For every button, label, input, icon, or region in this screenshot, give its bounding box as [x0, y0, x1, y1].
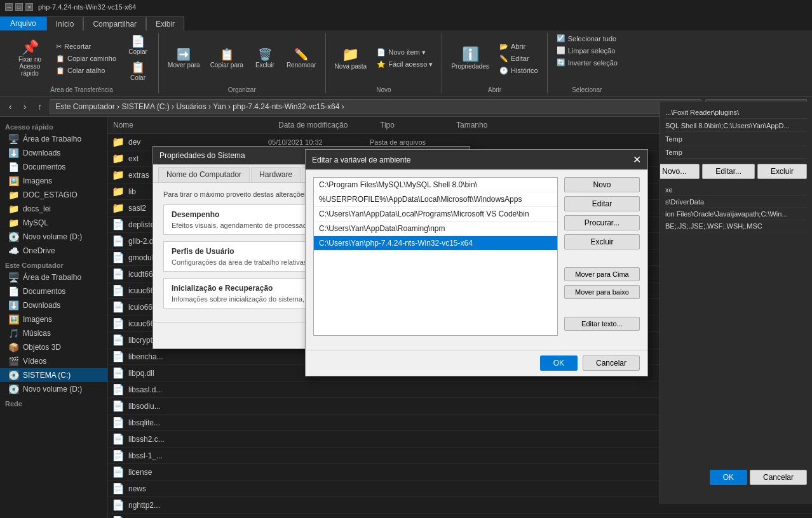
- up-button[interactable]: ↑: [34, 100, 46, 113]
- col-date[interactable]: Data de modificação: [273, 119, 375, 131]
- btn-copiar[interactable]: 📄 Copiar: [123, 33, 153, 58]
- sidebar-item-desktop[interactable]: 🖥️ Área de Trabalho: [0, 132, 107, 146]
- sidebar-item-downloads[interactable]: ⬇️ Downloads: [0, 146, 107, 160]
- col-type[interactable]: Tipo: [375, 119, 451, 131]
- tab-exibir[interactable]: Exibir: [146, 17, 184, 30]
- sidebar-item-mysql[interactable]: 📁 MySQL: [0, 216, 107, 230]
- rp-cancel-btn[interactable]: Cancelar: [750, 470, 807, 485]
- btn-colar[interactable]: 📋 Colar: [123, 59, 153, 84]
- sidebar-item-onedrive[interactable]: ☁️ OneDrive: [0, 244, 107, 258]
- envvar-list-item[interactable]: C:\Users\Yan\php-7.4.24-nts-Win32-vc15-x…: [314, 236, 557, 251]
- folder-icon-3: 📁: [8, 218, 19, 228]
- envvar-ok-btn[interactable]: OK: [540, 355, 578, 371]
- pin-icon: 📌: [22, 41, 39, 55]
- btn-editar[interactable]: ✏️ Editar: [496, 53, 542, 64]
- sidebar-item-music[interactable]: 🎵 Músicas: [0, 326, 107, 340]
- col-name[interactable]: Nome: [108, 119, 273, 131]
- btn-propriedades[interactable]: ℹ️ Propriedades: [447, 45, 492, 72]
- music-icon: 🎵: [8, 328, 19, 338]
- sidebar-item-pc-images[interactable]: 🖼️ Imagens: [0, 312, 107, 326]
- envvar-editar-btn[interactable]: Editar: [564, 196, 640, 211]
- envvar-novo-btn[interactable]: Novo: [564, 177, 640, 192]
- minimize-icon[interactable]: ─: [5, 3, 13, 11]
- sidebar-item-pc-downloads[interactable]: ⬇️ Downloads: [0, 298, 107, 312]
- file-type-icon: 📄: [112, 482, 125, 495]
- btn-abrir[interactable]: 📂 Abrir: [496, 41, 542, 52]
- file-name: libencha...: [128, 352, 268, 361]
- sidebar-item-doc-estagio[interactable]: 📁 DOC_ESTAGIO: [0, 188, 107, 202]
- sidebar-item-novovol-d2[interactable]: 💽 Novo volume (D:): [0, 382, 107, 396]
- videos-icon: 🎬: [8, 356, 19, 366]
- right-panel-row-6: s\DriverData: [665, 196, 807, 208]
- ribbon-group-new: 📁 Nova pasta 📄 Novo item ▾ ⭐ Fácil acess…: [326, 33, 443, 93]
- rp-new-btn[interactable]: Novo...: [660, 164, 700, 179]
- btn-facil-acesso[interactable]: ⭐ Fácil acesso ▾: [373, 59, 436, 70]
- rp-edit-btn[interactable]: Editar...: [702, 164, 755, 179]
- open-icon: 📂: [499, 43, 508, 51]
- sidebar-item-novovol-d[interactable]: 💽 Novo volume (D:): [0, 230, 107, 244]
- btn-fixar[interactable]: 📌 Fixar no Acesso rápido: [10, 38, 50, 79]
- tab-inicio[interactable]: Início: [46, 17, 84, 30]
- file-type-icon: 📄: [112, 268, 125, 280]
- btn-recortar[interactable]: ✂ Recortar: [52, 41, 120, 52]
- btn-inverter-selecao[interactable]: 🔄 Inverter seleção: [553, 57, 621, 68]
- btn-nova-pasta[interactable]: 📁 Nova pasta: [331, 45, 371, 72]
- envvar-close-btn[interactable]: ✕: [633, 154, 641, 166]
- tab-arquivo[interactable]: Arquivo: [0, 17, 46, 30]
- back-button[interactable]: ‹: [5, 100, 16, 113]
- envvar-list-item[interactable]: C:\Users\Yan\AppData\Local\Programs\Micr…: [314, 207, 557, 222]
- 3d-icon: 📦: [8, 342, 19, 352]
- maximize-icon[interactable]: □: [15, 3, 23, 11]
- btn-novo-item[interactable]: 📄 Novo item ▾: [373, 47, 436, 58]
- sidebar-item-3d[interactable]: 📦 Objetos 3D: [0, 340, 107, 354]
- rp-ok-btn[interactable]: OK: [710, 470, 747, 485]
- sysprop-tab-hardware[interactable]: Hardware: [251, 167, 301, 182]
- file-type-icon: 📁: [112, 202, 125, 214]
- sidebar-item-pc-docs[interactable]: 📄 Documentos: [0, 284, 107, 298]
- btn-renomear[interactable]: ✏️ Renomear: [283, 46, 320, 71]
- novo-vol-d-icon: 💽: [8, 384, 19, 394]
- btn-excluir[interactable]: 🗑️ Excluir: [250, 46, 280, 71]
- close-icon[interactable]: ✕: [25, 3, 33, 11]
- btn-limpar-selecao[interactable]: ⬜ Limpar seleção: [553, 45, 619, 56]
- table-row[interactable]: 📄 phar.phar: [108, 514, 812, 518]
- sidebar-item-videos[interactable]: 🎬 Vídeos: [0, 354, 107, 368]
- sysprop-tab-computador[interactable]: Nome do Computador: [158, 167, 250, 182]
- envvar-edit-text-btn[interactable]: Editar texto...: [564, 317, 640, 331]
- quick-access-label: Acesso rápido: [0, 119, 107, 132]
- rp-delete-btn[interactable]: Excluir: [757, 164, 807, 179]
- envvar-mover-baixo-btn[interactable]: Mover para baixo: [564, 285, 640, 299]
- envvar-list-item[interactable]: %USERPROFILE%\AppData\Local\Microsoft\Wi…: [314, 192, 557, 207]
- envvar-cancel-btn[interactable]: Cancelar: [583, 355, 640, 371]
- file-name: nghttp2...: [128, 501, 268, 510]
- btn-mover-para[interactable]: ➡️ Mover para: [164, 46, 204, 71]
- envvar-list-item[interactable]: C:\Program Files\MySQL\MySQL Shell 8.0\b…: [314, 178, 557, 192]
- file-name: libssh2.c...: [128, 435, 268, 444]
- btn-colar-atalho[interactable]: 📋 Colar atalho: [52, 65, 120, 76]
- btn-copiar-para[interactable]: 📋 Copiar para: [206, 46, 247, 71]
- title-bar-icons: ─ □ ✕: [5, 3, 33, 11]
- pc-images-icon: 🖼️: [8, 314, 19, 324]
- sidebar-item-sistema-c[interactable]: 💽 SISTEMA (C:): [0, 368, 107, 382]
- ribbon-clipboard-items: 📌 Fixar no Acesso rápido ✂ Recortar 📋 Co…: [10, 33, 153, 84]
- btn-selecionar-tudo[interactable]: ☑️ Selecionar tudo: [553, 33, 620, 44]
- envvar-excluir-btn[interactable]: Excluir: [564, 234, 640, 249]
- ribbon-group-clipboard: 📌 Fixar no Acesso rápido ✂ Recortar 📋 Co…: [5, 33, 159, 93]
- envvar-procurar-btn[interactable]: Procurar...: [564, 215, 640, 230]
- copy-icon: 📄: [131, 36, 145, 47]
- file-name: libsqlite...: [128, 418, 268, 427]
- col-size[interactable]: Tamanho: [451, 119, 502, 131]
- tab-compartilhar[interactable]: Compartilhar: [83, 17, 146, 30]
- right-panel-row-2: SQL Shell 8.0\bin\;C:\Users\Yan\AppD...: [665, 120, 807, 132]
- forward-button[interactable]: ›: [20, 100, 30, 113]
- sidebar-item-pc-desktop[interactable]: 🖥️ Área de Trabalho: [0, 270, 107, 284]
- rename-icon: ✏️: [294, 49, 308, 60]
- sidebar-item-images[interactable]: 🖼️ Imagens: [0, 174, 107, 188]
- envvar-list-item[interactable]: C:\Users\Yan\AppData\Roaming\npm: [314, 222, 557, 236]
- btn-copiar-caminho[interactable]: 📋 Copiar caminho: [52, 53, 120, 64]
- sidebar-item-docs-lei[interactable]: 📁 docs_lei: [0, 202, 107, 216]
- btn-historico[interactable]: 🕐 Histórico: [496, 65, 542, 76]
- sidebar-item-docs[interactable]: 📄 Documentos: [0, 160, 107, 174]
- breadcrumb[interactable]: Este Computador › SISTEMA (C:) › Usuário…: [50, 99, 701, 114]
- envvar-mover-cima-btn[interactable]: Mover para Cima: [564, 267, 640, 281]
